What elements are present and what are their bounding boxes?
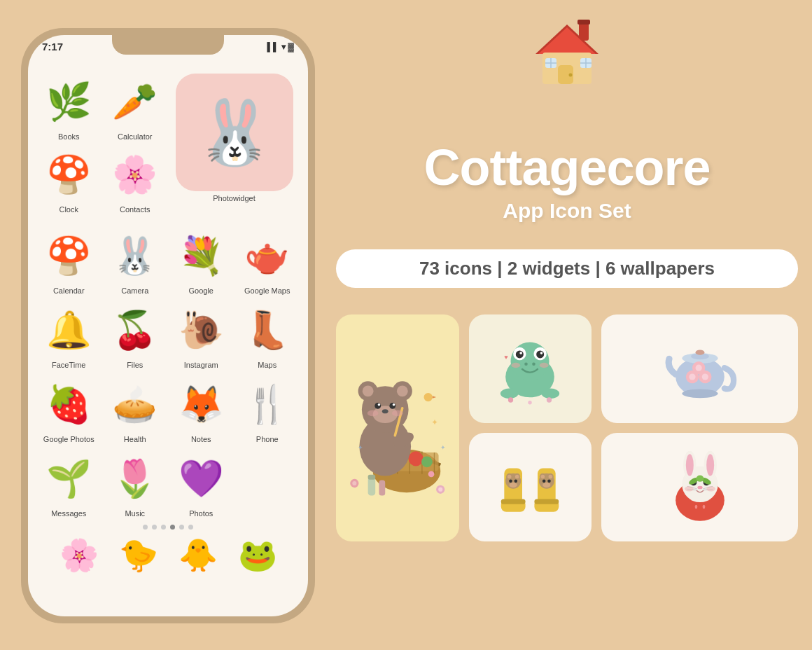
app-health[interactable]: 🥧 Health xyxy=(105,376,166,443)
svg-point-20 xyxy=(540,352,543,354)
dock-row: 🌸 🐤 🐥 🐸 xyxy=(35,533,301,577)
contacts-label: Contacts xyxy=(120,205,150,214)
svg-point-88 xyxy=(510,479,513,483)
health-icon: 🥧 xyxy=(112,386,158,422)
music-label: Music xyxy=(125,509,145,518)
app-title: Cottagecore xyxy=(336,140,798,195)
svg-point-68 xyxy=(438,488,442,492)
app-messages[interactable]: 🌱 Messages xyxy=(38,450,99,518)
phone-mockup: 7:17 ▌▌ ▾ ▓ 🌿 Books xyxy=(21,28,315,623)
svg-point-87 xyxy=(515,474,519,478)
maps-label: Maps xyxy=(258,361,276,369)
music-icon: 🌷 xyxy=(112,460,158,497)
app-maps[interactable]: 👢 Maps xyxy=(237,302,298,369)
app-google-maps[interactable]: 🫖 Google Maps xyxy=(237,228,298,295)
svg-point-112 xyxy=(706,454,714,476)
clock-icon: 🍄 xyxy=(46,156,92,193)
rabbit-svg xyxy=(662,449,738,526)
app-photos[interactable]: 💜 Photos xyxy=(171,450,232,518)
svg-point-110 xyxy=(685,454,693,476)
app-contacts[interactable]: 🌸 Contacts xyxy=(105,146,166,214)
svg-point-27 xyxy=(508,397,513,402)
svg-point-29 xyxy=(528,401,533,405)
app-photowidget[interactable]: 🐰 Photowidget xyxy=(171,74,298,202)
svg-point-56 xyxy=(374,403,381,409)
preview-rabbit xyxy=(601,433,798,541)
svg-point-54 xyxy=(397,386,408,397)
svg-point-24 xyxy=(540,363,549,368)
preview-boots xyxy=(469,433,592,541)
phone-frame: 7:17 ▌▌ ▾ ▓ 🌿 Books xyxy=(21,28,315,623)
files-label: Files xyxy=(127,361,143,369)
google-label: Google xyxy=(189,286,214,295)
boots-svg xyxy=(491,449,568,526)
app-music[interactable]: 🌷 Music xyxy=(105,450,166,518)
svg-point-52 xyxy=(363,386,374,397)
calculator-icon: 🥕 xyxy=(112,83,158,120)
preview-teapot xyxy=(601,314,798,423)
svg-rect-75 xyxy=(368,477,376,495)
svg-point-101 xyxy=(543,482,551,487)
phone-label: Phone xyxy=(256,435,279,443)
app-instagram[interactable]: 🐌 Instagram xyxy=(171,302,232,369)
clock-label: Clock xyxy=(59,205,78,214)
app-google-photos[interactable]: 🍓 Google Photos xyxy=(38,376,99,443)
svg-text:✦: ✦ xyxy=(358,444,363,451)
dock-icon-3[interactable]: 🐥 xyxy=(178,537,218,574)
dot-6 xyxy=(188,525,193,530)
google-icon: 💐 xyxy=(178,237,224,274)
svg-point-66 xyxy=(352,481,356,485)
bear-svg: ✦ ✦ ✦ xyxy=(336,333,459,523)
messages-icon: 🌱 xyxy=(46,460,92,497)
dot-5 xyxy=(179,525,184,530)
svg-point-26 xyxy=(542,388,560,399)
badge-text: 73 icons | 2 widgets | 6 wallpapers xyxy=(419,258,715,279)
facetime-label: FaceTime xyxy=(52,361,86,369)
preview-grid: ♥ xyxy=(336,314,798,541)
svg-point-19 xyxy=(520,352,523,354)
app-books[interactable]: 🌿 Books xyxy=(38,74,99,141)
svg-point-97 xyxy=(541,474,545,478)
frog-svg: ♥ xyxy=(491,331,568,408)
svg-rect-76 xyxy=(368,475,376,480)
house-area xyxy=(336,21,798,84)
dock-icon-4[interactable]: 🐸 xyxy=(238,537,277,574)
page-dots xyxy=(35,525,301,530)
svg-text:✦: ✦ xyxy=(440,444,446,451)
svg-point-98 xyxy=(549,474,553,478)
app-google[interactable]: 💐 Google xyxy=(171,228,232,295)
camera-label: Camera xyxy=(121,286,148,295)
app-phone[interactable]: 🍴 Phone xyxy=(237,376,298,443)
svg-point-126 xyxy=(696,475,704,481)
svg-point-22 xyxy=(533,362,536,366)
app-clock[interactable]: 🍄 Clock xyxy=(38,146,99,214)
svg-point-59 xyxy=(393,403,396,406)
svg-text:♥: ♥ xyxy=(505,354,508,361)
dot-4 xyxy=(170,525,175,530)
app-files[interactable]: 🍒 Files xyxy=(105,302,166,369)
svg-point-25 xyxy=(500,388,519,399)
svg-text:✦: ✦ xyxy=(431,417,438,427)
instagram-icon: 🐌 xyxy=(178,312,224,348)
svg-point-90 xyxy=(510,482,517,487)
badge-bar: 73 icons | 2 widgets | 6 wallpapers xyxy=(336,249,798,288)
svg-rect-82 xyxy=(501,499,526,504)
calculator-label: Calculator xyxy=(118,132,153,141)
svg-point-34 xyxy=(695,350,704,354)
facetime-icon: 🔔 xyxy=(46,312,92,348)
app-calendar[interactable]: 🍄 Calendar xyxy=(38,228,99,295)
app-facetime[interactable]: 🔔 FaceTime xyxy=(38,302,99,369)
phone-icon: 🍴 xyxy=(244,386,290,422)
dock-icon-1[interactable]: 🌸 xyxy=(59,537,99,574)
app-camera[interactable]: 🐰 Camera xyxy=(105,228,166,295)
svg-rect-93 xyxy=(535,499,559,504)
phone-screen: 7:17 ▌▌ ▾ ▓ 🌿 Books xyxy=(28,35,308,616)
maps-icon: 👢 xyxy=(244,312,290,348)
app-calculator[interactable]: 🥕 Calculator xyxy=(105,74,166,141)
dock-icon-2[interactable]: 🐤 xyxy=(119,537,158,574)
files-icon: 🍒 xyxy=(112,312,158,348)
svg-point-38 xyxy=(689,373,695,380)
app-notes[interactable]: 🦊 Notes xyxy=(171,376,232,443)
health-label: Health xyxy=(124,435,146,443)
books-label: Books xyxy=(58,132,80,141)
